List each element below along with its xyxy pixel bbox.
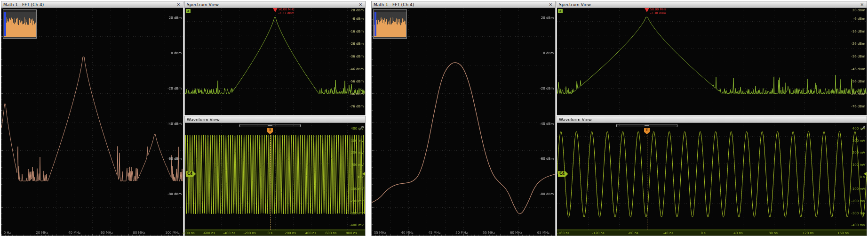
spectrum-channel-badge[interactable]: a (186, 9, 191, 13)
math-fft-plot[interactable]: 20 dBm0 dBm-20 dBm-40 dBm-60 dBm-80 dBm … (1, 8, 183, 236)
close-icon[interactable]: ✕ (175, 2, 181, 7)
axis-tick: 80 ns (769, 231, 778, 235)
math-fft-trace-canvas (1, 8, 183, 236)
waveform-x-axis: -800 ns-600 ns-400 ns-200 ns0 s200 ns400… (185, 230, 365, 236)
math-fft-plot[interactable]: 20 dBm0 dBm-20 dBm-40 dBm-60 dBm-80 dBm … (372, 8, 555, 236)
waveform-trace-canvas (185, 123, 365, 230)
spectrum-title: Spectrum View (559, 2, 859, 7)
axis-tick: -600 ns (203, 231, 215, 235)
spectrum-peak-marker[interactable]: 50.00 MHz -2.37 dBm (273, 8, 295, 15)
trigger-point-icon (267, 132, 273, 134)
spectrum-ref-level: 20 dBm (852, 8, 865, 12)
spectrum-plot[interactable]: a 20 dBm 50.00 MHz -2.38 dBm -6 dBm-16 d… (557, 8, 867, 115)
axis-tick: -800 ns (183, 231, 195, 235)
marker-amplitude: -2.37 dBm (279, 12, 295, 16)
waveform-plot[interactable]: T C4 400 mV300 mV200 mV100 mV0 V-100 mV-… (185, 123, 365, 230)
reference-level-arrow-icon[interactable] (864, 172, 867, 176)
trigger-marker[interactable]: T (644, 128, 650, 134)
spectrum-title: Spectrum View (187, 2, 358, 7)
spectrum-plot[interactable]: a 20 dBm 50.00 MHz -2.37 dBm -6 dBm-16 d… (185, 8, 365, 115)
zoom-thumb[interactable] (645, 125, 649, 126)
math-window-title: Math 1 - FFT (Ch 4) (374, 2, 548, 7)
axis-tick: -40 ns (663, 231, 673, 235)
axis-tick: -80 ns (628, 231, 638, 235)
trigger-point-icon (644, 132, 650, 134)
oscilloscope-screenshot-right: Math 1 - FFT (Ch 4) ✕ 20 dBm0 dBm-20 dBm… (371, 1, 867, 236)
spectrum-channel-badge[interactable]: a (558, 9, 563, 13)
axis-tick: -160 ns (557, 231, 569, 235)
spectrum-titlebar[interactable]: Spectrum View ✕ (557, 1, 867, 8)
reference-level-arrow-icon[interactable] (362, 172, 365, 176)
spectrum-peak-marker[interactable]: 50.00 MHz -2.38 dBm (645, 8, 667, 15)
marker-amplitude: -2.38 dBm (650, 12, 667, 16)
math-window-titlebar[interactable]: Math 1 - FFT (Ch 4) ✕ (372, 1, 555, 8)
waveform-titlebar[interactable]: Waveform View (185, 116, 365, 123)
waveform-x-axis: -160 ns-120 ns-80 ns-40 ns0 s40 ns80 ns1… (557, 230, 867, 236)
trigger-flag: T (644, 128, 650, 132)
waveform-plot[interactable]: T C4 400 mV300 mV200 mV100 mV0 V-100 mV-… (557, 123, 867, 230)
axis-tick: -120 ns (592, 231, 604, 235)
expand-icon[interactable] (358, 124, 364, 133)
waveform-title: Waveform View (187, 117, 363, 122)
marker-triangle-icon (273, 8, 278, 12)
math-window-titlebar[interactable]: Math 1 - FFT (Ch 4) ✕ (1, 1, 183, 8)
time-axis-strip: -800 ns-600 ns-400 ns-200 ns0 s200 ns400… (185, 230, 365, 236)
axis-tick: 120 ns (803, 231, 814, 235)
math-fft-window: Math 1 - FFT (Ch 4) ✕ 20 dBm0 dBm-20 dBm… (371, 1, 556, 236)
trigger-flag: T (267, 128, 273, 132)
math-window-title: Math 1 - FFT (Ch 4) (3, 2, 175, 7)
axis-tick: 200 ns (285, 231, 296, 235)
axis-tick: 0 s (701, 231, 705, 235)
spectrum-ref-level: 20 dBm (351, 8, 364, 12)
axis-tick: 160 ns (837, 231, 849, 235)
trigger-position-line (270, 135, 271, 230)
waveform-trace-canvas (557, 123, 867, 230)
axis-tick: -400 ns (223, 231, 235, 235)
waveform-title: Waveform View (559, 117, 865, 122)
fft-thumbnail-preview[interactable] (3, 9, 37, 39)
waveform-titlebar[interactable]: Waveform View (557, 116, 867, 123)
thumbnail-canvas (374, 10, 406, 38)
axis-tick: 40 ns (733, 231, 742, 235)
oscilloscope-screenshot-left: Math 1 - FFT (Ch 4) ✕ 20 dBm0 dBm-20 dBm… (1, 1, 366, 236)
fft-thumbnail-preview[interactable] (373, 9, 407, 39)
math-fft-trace-canvas (372, 8, 555, 236)
spectrum-view-window: Spectrum View ✕ a 20 dBm 50.00 MHz -2.37… (184, 1, 366, 115)
close-icon[interactable]: ✕ (859, 2, 865, 7)
spectrum-waveform-column: Spectrum View ✕ a 20 dBm 50.00 MHz -2.38… (557, 1, 867, 236)
marker-readout: 50.00 MHz -2.37 dBm (279, 8, 295, 15)
spectrum-view-window: Spectrum View ✕ a 20 dBm 50.00 MHz -2.38… (557, 1, 867, 115)
zoom-position-bar[interactable] (239, 124, 301, 127)
trigger-position-line (647, 135, 647, 230)
spectrum-titlebar[interactable]: Spectrum View ✕ (185, 1, 365, 8)
expand-icon[interactable] (860, 124, 866, 133)
axis-tick: 600 ns (326, 231, 337, 235)
time-axis-strip: -160 ns-120 ns-80 ns-40 ns0 s40 ns80 ns1… (557, 230, 867, 236)
close-icon[interactable]: ✕ (548, 2, 553, 7)
waveform-view-window: Waveform View T C4 400 mV300 mV200 mV100… (184, 116, 366, 236)
marker-triangle-icon (645, 8, 649, 12)
thumbnail-canvas (3, 10, 36, 38)
math-fft-window: Math 1 - FFT (Ch 4) ✕ 20 dBm0 dBm-20 dBm… (1, 1, 183, 236)
zoom-thumb[interactable] (268, 125, 272, 126)
axis-tick: 400 ns (305, 231, 316, 235)
spectrum-waveform-column: Spectrum View ✕ a 20 dBm 50.00 MHz -2.37… (184, 1, 366, 236)
trigger-marker[interactable]: T (267, 128, 273, 134)
spectrum-trace-canvas (557, 8, 867, 115)
close-icon[interactable]: ✕ (358, 2, 363, 7)
axis-tick: 800 ns (346, 231, 357, 235)
marker-readout: 50.00 MHz -2.38 dBm (650, 8, 667, 15)
spectrum-trace-canvas (185, 8, 365, 115)
waveform-view-window: Waveform View T C4 400 mV300 mV200 mV100… (557, 116, 867, 236)
axis-tick: 0 s (268, 231, 272, 235)
axis-tick: -200 ns (243, 231, 255, 235)
zoom-position-bar[interactable] (616, 124, 677, 127)
